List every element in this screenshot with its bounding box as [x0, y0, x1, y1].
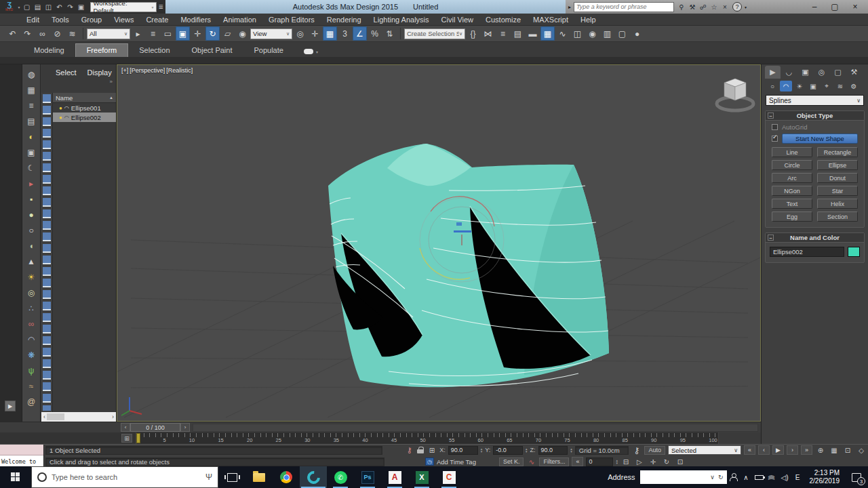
- infocenter-expand-icon[interactable]: ▸: [568, 4, 571, 10]
- open-file-icon[interactable]: ▤: [33, 1, 43, 12]
- explorer-overflow-icon[interactable]: »: [41, 79, 116, 87]
- select-and-move-icon[interactable]: ✛: [191, 26, 205, 41]
- isolate-key-icon[interactable]: ⚷: [404, 445, 414, 455]
- field-of-view-icon[interactable]: ◇: [856, 445, 867, 455]
- taskbar-clock[interactable]: 2:13 PM 2/26/2019: [804, 466, 846, 488]
- frame-spinner[interactable]: ▴▾: [616, 459, 618, 464]
- material-editor-icon[interactable]: ◉: [585, 26, 599, 41]
- object-type-button[interactable]: Section: [817, 211, 858, 222]
- volume-icon[interactable]: ◁): [778, 466, 791, 488]
- select-and-scale-icon[interactable]: ▱: [220, 26, 235, 41]
- isolate-selection-icon[interactable]: ⊟: [620, 457, 631, 466]
- viewport-view-label[interactable]: [Perspective]: [130, 67, 165, 74]
- file-explorer-button[interactable]: [245, 466, 273, 488]
- workspace-dropdown[interactable]: Workspace: Default ▾: [90, 2, 157, 12]
- ribbon-minimize-button[interactable]: ▾: [304, 49, 318, 54]
- rectangular-selection-region-icon[interactable]: ▭: [161, 26, 175, 41]
- address-caret-icon[interactable]: ∨: [710, 474, 715, 481]
- go-to-end-button[interactable]: »: [801, 445, 812, 455]
- menu-item[interactable]: Graph Editors: [262, 16, 321, 24]
- object-color-swatch[interactable]: [848, 247, 860, 257]
- named-selection-set-dropdown[interactable]: Create Selection S ∨: [404, 28, 465, 39]
- box-primitive-icon[interactable]: ▪: [24, 191, 39, 207]
- address-input[interactable]: ∨ ↻: [640, 470, 727, 484]
- menu-item[interactable]: Group: [75, 16, 108, 24]
- render-setup-icon[interactable]: ▥: [600, 26, 614, 41]
- camcorder-icon[interactable]: ▸: [24, 176, 39, 191]
- ribbon-tab[interactable]: Object Paint: [181, 44, 243, 57]
- zoom-icon[interactable]: ⊕: [815, 445, 826, 455]
- menu-item[interactable]: MAXScript: [527, 16, 574, 24]
- wrench-icon[interactable]: ⚒: [688, 2, 697, 12]
- moon-icon[interactable]: ☾: [24, 160, 39, 176]
- add-time-tag-label[interactable]: Add Time Tag: [437, 458, 476, 466]
- viewport-3d-scene[interactable]: [117, 65, 760, 421]
- angle-snap-icon[interactable]: ∠: [353, 26, 367, 41]
- key-filters-button[interactable]: Filters...: [539, 458, 569, 466]
- communication-center-icon[interactable]: ☍: [698, 2, 708, 12]
- utilities-tab[interactable]: ⚒: [846, 66, 862, 79]
- space-warps-category[interactable]: ≋: [834, 81, 846, 92]
- app-menu-caret-icon[interactable]: ▾: [18, 5, 20, 9]
- project-folder-icon[interactable]: ▣: [76, 1, 87, 12]
- scroll-right-icon[interactable]: ›: [112, 413, 114, 420]
- viewport-shading-label[interactable]: [Realistic]: [166, 67, 193, 74]
- 3dsmax-taskbar-button[interactable]: [300, 466, 327, 488]
- cone-primitive-icon[interactable]: ▲: [24, 253, 39, 269]
- disc-icon[interactable]: ◎: [24, 285, 39, 300]
- orbit-icon[interactable]: ↻: [661, 457, 672, 466]
- explorer-tab[interactable]: Select: [51, 68, 81, 77]
- excel-button[interactable]: X: [408, 466, 435, 488]
- menu-item[interactable]: Create: [140, 16, 174, 24]
- bird-icon[interactable]: ≈: [24, 378, 39, 394]
- object-type-button[interactable]: Helix: [817, 199, 858, 209]
- shape-category-dropdown[interactable]: Splines ∨: [766, 95, 864, 106]
- ribbon-toggle-icon[interactable]: ▬: [526, 26, 540, 41]
- list-view-icon[interactable]: ≡: [24, 98, 39, 113]
- align-icon[interactable]: ≡: [496, 26, 510, 41]
- spinner-snap-icon[interactable]: ⇅: [382, 26, 397, 41]
- spreadsheet-icon[interactable]: ▤: [24, 113, 39, 129]
- taskbar-search-box[interactable]: Type here to search Ψ: [31, 466, 218, 488]
- percent-snap-icon[interactable]: %: [368, 26, 382, 41]
- object-type-rollout-header[interactable]: – Object Type: [766, 111, 864, 121]
- exchange-icon[interactable]: ×: [720, 2, 730, 12]
- previous-frame-button[interactable]: ‹: [758, 445, 770, 455]
- help-caret-icon[interactable]: ▾: [745, 5, 747, 9]
- absolute-mode-icon[interactable]: ⊞: [427, 445, 437, 455]
- render-teapot-icon[interactable]: ◍: [24, 66, 39, 82]
- key-mode-toggle-button[interactable]: «: [572, 457, 583, 466]
- reference-coordinate-dropdown[interactable]: View ∨: [250, 28, 292, 39]
- undo-quick-icon[interactable]: ↶: [54, 1, 65, 12]
- sphere-primitive-icon[interactable]: ○: [24, 222, 39, 238]
- shell-icon[interactable]: @: [24, 394, 39, 409]
- modify-tab[interactable]: ◡: [781, 66, 797, 79]
- name-color-rollout-header[interactable]: – Name and Color: [766, 233, 864, 243]
- scroll-left-icon[interactable]: ‹: [43, 413, 45, 420]
- listener-expand-button[interactable]: ▶: [5, 401, 16, 411]
- set-key-button[interactable]: Set K.: [499, 458, 524, 466]
- object-type-button[interactable]: Star: [817, 186, 858, 196]
- start-new-shape-button[interactable]: Start New Shape: [782, 134, 858, 144]
- explorer-horizontal-scrollbar[interactable]: ‹ ›: [41, 412, 116, 422]
- viewcube[interactable]: [717, 79, 753, 110]
- helpers-category[interactable]: ⌖: [821, 81, 833, 92]
- maximize-viewport-icon[interactable]: ⊡: [675, 457, 686, 466]
- search-help-icon[interactable]: ⚲: [677, 2, 686, 12]
- object-type-button[interactable]: Donut: [817, 173, 858, 183]
- teapot-primitive-icon[interactable]: ◖: [24, 238, 39, 253]
- favorites-star-icon[interactable]: ☆: [709, 2, 719, 12]
- scrollbar-thumb[interactable]: [47, 413, 64, 420]
- auto-key-button[interactable]: Auto: [644, 446, 665, 455]
- y-coordinate-field[interactable]: -0.0: [493, 446, 523, 455]
- play-button[interactable]: ▶: [772, 445, 784, 455]
- z-spinner[interactable]: ▴▾: [570, 447, 572, 453]
- geometry-category[interactable]: ○: [766, 81, 778, 92]
- explorer-tab[interactable]: Display: [83, 68, 117, 77]
- dome-icon[interactable]: ◠: [24, 331, 39, 347]
- auto-key-icon[interactable]: ⚷: [631, 445, 642, 455]
- schematic-view-icon[interactable]: ◫: [570, 26, 585, 41]
- select-and-link-icon[interactable]: ∞: [35, 26, 50, 41]
- new-scene-icon[interactable]: ▢: [22, 1, 33, 12]
- ribbon-tab[interactable]: Modeling: [23, 44, 75, 57]
